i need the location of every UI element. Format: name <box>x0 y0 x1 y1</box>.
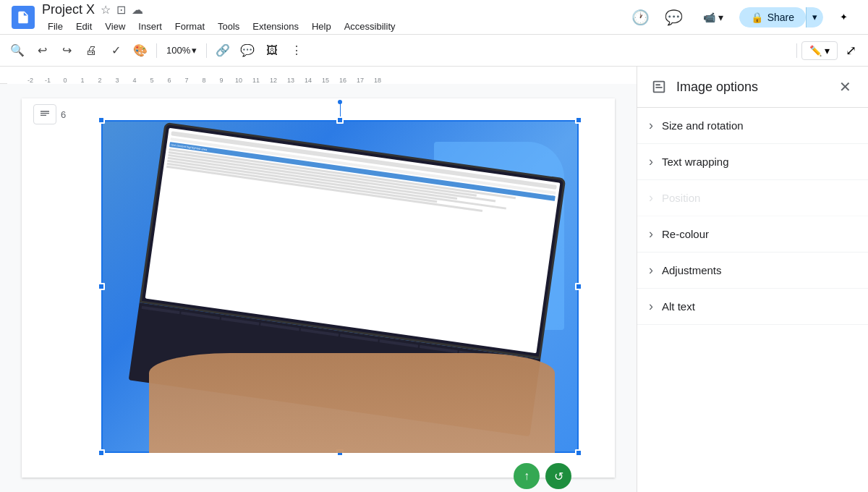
image-action-button-1[interactable]: ↑ <box>514 463 540 489</box>
edit-icon-group: ✏️ ▾ ⤢ <box>793 39 862 62</box>
chevron-text-wrapping-icon: › <box>649 154 653 169</box>
star-button[interactable]: ☆ <box>99 1 112 18</box>
menu-bar: File Edit View Insert Format Tools Exten… <box>42 20 628 33</box>
panel-label-adjustments: Adjustments <box>662 264 722 276</box>
spellcheck-button[interactable]: ✓ <box>104 39 127 62</box>
paragraph-icon-bg <box>33 104 56 124</box>
menu-accessibility[interactable]: Accessibility <box>339 20 401 33</box>
share-button[interactable]: 🔒 Share <box>739 7 806 27</box>
panel-item-adjustments[interactable]: › Adjustments <box>637 253 868 289</box>
doc-title-row: Project X ☆ ⊡ ☁ <box>42 1 628 18</box>
redo-button[interactable]: ↪ <box>55 39 78 62</box>
ruler-mark: 7 <box>178 77 195 84</box>
ruler-mark: 15 <box>317 77 334 84</box>
zoom-level: 100% <box>166 45 190 56</box>
menu-extensions[interactable]: Extensions <box>247 20 305 33</box>
menu-file[interactable]: File <box>42 20 69 33</box>
meet-button[interactable]: 📹 ▾ <box>694 7 732 27</box>
toolbar-separator-3 <box>796 43 797 58</box>
link-button[interactable]: 🔗 <box>211 39 234 62</box>
pencil-chevron: ▾ <box>825 45 830 56</box>
handle-top-left[interactable] <box>98 116 105 124</box>
share-group: 🔒 Share ▾ <box>739 7 823 27</box>
panel-item-position: › Position <box>637 180 868 216</box>
search-toolbar-button[interactable]: 🔍 <box>6 39 29 62</box>
handle-bottom-left[interactable] <box>98 449 105 457</box>
handle-top-right[interactable] <box>575 116 582 124</box>
lock-icon: 🔒 <box>751 12 763 23</box>
title-section: Project X ☆ ⊡ ☁ File Edit View Insert Fo… <box>42 1 628 33</box>
menu-edit[interactable]: Edit <box>70 20 98 33</box>
panel-item-size-rotation[interactable]: › Size and rotation <box>637 108 868 144</box>
ruler-mark: -2 <box>22 77 39 84</box>
ruler-mark: 12 <box>265 77 282 84</box>
chevron-alt-text-icon: › <box>649 299 653 314</box>
camera-chevron: ▾ <box>718 12 723 23</box>
handle-top-center[interactable] <box>336 116 344 124</box>
image-action-button-2[interactable]: ↺ <box>545 463 571 489</box>
toolbar: 🔍 ↩ ↪ 🖨 ✓ 🎨 100% ▾ 🔗 💬 🖼 ⋮ ✏️ ▾ ⤢ <box>0 35 868 67</box>
chevron-size-rotation-icon: › <box>649 118 653 133</box>
zoom-chevron-icon: ▾ <box>192 45 197 56</box>
comment-button[interactable]: 💬 <box>236 39 259 62</box>
zoom-control[interactable]: 100% ▾ <box>161 43 202 58</box>
panel-item-alt-text[interactable]: › Alt text <box>637 289 868 325</box>
menu-tools[interactable]: Tools <box>212 20 245 33</box>
menu-view[interactable]: View <box>99 20 131 33</box>
paint-format-button[interactable]: 🎨 <box>129 39 152 62</box>
menu-format[interactable]: Format <box>169 20 210 33</box>
document-page: 6 <box>22 98 615 478</box>
comments-button[interactable]: 💬 <box>661 4 687 30</box>
selected-image-container[interactable]: text content highlighted area <box>101 120 579 453</box>
paragraph-indicator[interactable]: 6 <box>33 104 66 124</box>
cloud-button[interactable]: ☁ <box>130 1 145 18</box>
title-icons: ☆ ⊡ ☁ <box>99 1 145 18</box>
gemini-button[interactable]: ✦ <box>830 4 856 30</box>
ruler-mark: 18 <box>369 77 386 84</box>
folder-button[interactable]: ⊡ <box>115 1 127 18</box>
ruler-mark: 9 <box>213 77 230 84</box>
handle-middle-left[interactable] <box>98 283 105 290</box>
more-toolbar-button[interactable]: ⋮ <box>285 39 308 62</box>
header-right: 🕐 💬 📹 ▾ 🔒 Share ▾ ✦ <box>628 4 856 30</box>
rotate-line <box>340 102 341 116</box>
menu-insert[interactable]: Insert <box>132 20 168 33</box>
panel-item-text-wrapping[interactable]: › Text wrapping <box>637 144 868 180</box>
handle-bottom-right[interactable] <box>575 449 582 457</box>
main-content: -2 -1 0 1 2 3 4 5 6 7 8 9 10 11 12 13 14 <box>0 67 868 492</box>
undo-button[interactable]: ↩ <box>30 39 54 62</box>
panel-header-icon <box>649 77 669 97</box>
paragraph-count: 6 <box>61 109 66 120</box>
ruler-mark: 2 <box>91 77 109 84</box>
ruler-mark: 14 <box>299 77 317 84</box>
floating-buttons: ↑ ↺ <box>514 463 571 489</box>
chevron-position-icon: › <box>649 190 653 205</box>
image-frame: text content highlighted area <box>101 120 579 453</box>
ruler-mark: 4 <box>126 77 143 84</box>
ruler-content: -2 -1 0 1 2 3 4 5 6 7 8 9 10 11 12 13 14 <box>7 67 637 84</box>
toolbar-separator-2 <box>206 43 207 58</box>
panel-close-button[interactable]: ✕ <box>833 75 856 98</box>
panel-label-size-rotation: Size and rotation <box>662 119 744 132</box>
pencil-icon: ✏️ <box>809 45 822 56</box>
share-chevron-button[interactable]: ▾ <box>806 7 823 27</box>
expand-button[interactable]: ⤢ <box>839 39 862 62</box>
chevron-adjustments-icon: › <box>649 263 653 278</box>
print-button[interactable]: 🖨 <box>80 39 103 62</box>
panel-label-recolour: Re-colour <box>662 228 709 240</box>
title-bar: Project X ☆ ⊡ ☁ File Edit View Insert Fo… <box>0 0 868 35</box>
ruler-mark: -1 <box>39 77 56 84</box>
share-label: Share <box>767 12 794 23</box>
right-panel: Image options ✕ › Size and rotation › Te… <box>637 67 868 492</box>
history-button[interactable]: 🕐 <box>628 4 654 30</box>
menu-help[interactable]: Help <box>306 20 337 33</box>
editing-mode-button[interactable]: ✏️ ▾ <box>801 41 838 60</box>
panel-header: Image options ✕ <box>637 67 868 108</box>
document-area: -2 -1 0 1 2 3 4 5 6 7 8 9 10 11 12 13 14 <box>0 67 637 492</box>
handle-middle-right[interactable] <box>575 283 582 290</box>
chevron-recolour-icon: › <box>649 226 653 242</box>
panel-item-recolour[interactable]: › Re-colour <box>637 216 868 253</box>
ruler-mark: 5 <box>143 77 161 84</box>
ruler-mark: 10 <box>230 77 247 84</box>
image-button[interactable]: 🖼 <box>260 39 284 62</box>
